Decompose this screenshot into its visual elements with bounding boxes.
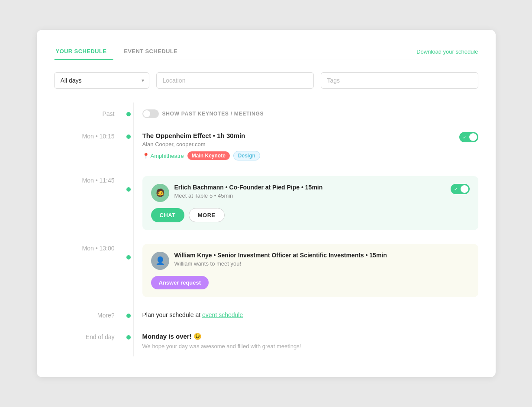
end-title: Monday is over! 😉 [142,333,478,340]
more-button[interactable]: MORE [189,208,225,222]
content-1145: 🧔 Erlich Bachmann • Co-Founder at Pied P… [134,176,478,230]
content-end-of-day: Monday is over! 😉 We hope your day was a… [134,333,478,349]
checkmark-icon: ✓ [452,187,458,192]
tab-your-schedule[interactable]: YOUR SCHEDULE [54,44,114,60]
timeline-dot [126,335,131,340]
time-1145: Mon • 11:45 [54,176,123,184]
avatar-emoji-william: 👤 [155,256,165,266]
tabs-bar: YOUR SCHEDULE EVENT SCHEDULE Download yo… [54,44,478,60]
location-input[interactable] [156,72,314,89]
schedule-row-meeting-1300: Mon • 13:00 👤 William Knye • Senior Inve… [54,237,478,304]
meeting-card-left-green: 🧔 Erlich Bachmann • Co-Founder at Pied P… [151,184,323,202]
content-1300: 👤 William Knye • Senior Investment Offic… [134,244,478,297]
toggle-thumb [461,185,468,193]
tags-input[interactable] [321,72,478,89]
avatar-erlich: 🧔 [151,184,169,202]
schedule-row-past: Past SHOW PAST KEYNOTES / MEETINGS [54,103,478,125]
content-past: SHOW PAST KEYNOTES / MEETINGS [134,109,478,118]
tab-event-schedule[interactable]: EVENT SCHEDULE [122,44,184,60]
schedule-row-meeting-1145: Mon • 11:45 🧔 Erlich Bachmann • Co-Found… [54,169,478,237]
location-text: Amphitheatre [151,153,184,159]
dot-1145 [123,176,134,192]
past-toggle-wrapper: SHOW PAST KEYNOTES / MEETINGS [142,109,264,118]
avatar-william: 👤 [151,252,169,270]
meeting-card-left-yellow: 👤 William Knye • Senior Investment Offic… [151,252,387,270]
tabs-left: YOUR SCHEDULE EVENT SCHEDULE [54,44,193,60]
timeline-dot [126,314,131,318]
schedule-list: Past SHOW PAST KEYNOTES / MEETINGS Mon •… [54,103,478,356]
meeting-name-erlich: Erlich Bachmann • Co-Founder at Pied Pip… [174,184,323,191]
more-text: Plan your schedule at [142,311,203,318]
timeline-dot [126,255,131,260]
meeting-actions-erlich: CHAT MORE [151,208,470,222]
pin-icon: 📍 [142,153,149,159]
session-location[interactable]: 📍 Amphitheatre [142,153,184,159]
meeting-sub-william: William wants to meet you! [174,260,387,267]
schedule-row-session-1015: Mon • 10:15 The Oppenheim Effect • 1h 30… [54,125,478,169]
session-header: The Oppenheim Effect • 1h 30min Alan Coo… [142,132,478,162]
toggle-thumb [469,133,477,141]
meeting-card-header-yellow: 👤 William Knye • Senior Investment Offic… [151,252,470,270]
dot-past [123,109,134,116]
answer-request-button[interactable]: Answer request [151,276,209,289]
dot-end-of-day [123,333,134,340]
session-tags: 📍 Amphitheatre Main Keynote Design [142,151,260,160]
meeting-card-yellow: 👤 William Knye • Senior Investment Offic… [142,244,478,297]
time-end-of-day: End of day [54,333,123,340]
session-toggle-1015[interactable]: ✓ [459,132,478,142]
timeline-dot [126,112,131,116]
past-toggle[interactable] [142,109,159,118]
meeting-info-william: William Knye • Senior Investment Officer… [174,252,387,267]
timeline-line [133,103,134,356]
schedule-row-end-of-day: End of day Monday is over! 😉 We hope you… [54,326,478,356]
timeline-dot [126,135,131,139]
meeting-card-green: 🧔 Erlich Bachmann • Co-Founder at Pied P… [142,176,478,230]
tag-design[interactable]: Design [233,151,260,160]
content-more: Plan your schedule at event schedule [134,311,478,319]
time-1015: Mon • 10:15 [54,132,123,140]
days-select[interactable]: All days Monday Tuesday Wednesday [54,72,149,89]
meeting-toggle-1145[interactable]: ✓ [451,184,470,194]
session-title-block: The Oppenheim Effect • 1h 30min Alan Coo… [142,132,260,162]
download-link[interactable]: Download your schedule [416,48,478,55]
past-toggle-label: SHOW PAST KEYNOTES / MEETINGS [162,111,264,117]
schedule-row-more: More? Plan your schedule at event schedu… [54,304,478,326]
meeting-actions-william: Answer request [151,276,470,289]
dot-1015 [123,132,134,139]
time-past: Past [54,109,123,117]
schedule-card: YOUR SCHEDULE EVENT SCHEDULE Download yo… [37,30,496,377]
days-filter: All days Monday Tuesday Wednesday ▾ [54,72,149,89]
session-title: The Oppenheim Effect • 1h 30min [142,132,260,139]
meeting-sub-erlich: Meet at Table 5 • 45min [174,192,323,199]
dot-more [123,311,134,318]
event-schedule-link[interactable]: event schedule [202,311,243,318]
filters-row: All days Monday Tuesday Wednesday ▾ [54,72,478,89]
time-more: More? [54,311,123,319]
content-1015: The Oppenheim Effect • 1h 30min Alan Coo… [134,132,478,162]
meeting-name-william: William Knye • Senior Investment Officer… [174,252,387,259]
meeting-card-header-green: 🧔 Erlich Bachmann • Co-Founder at Pied P… [151,184,470,202]
chat-button[interactable]: CHAT [151,208,184,222]
checkmark-icon: ✓ [461,135,466,140]
session-speaker: Alan Cooper, cooper.com [142,141,260,147]
meeting-info-erlich: Erlich Bachmann • Co-Founder at Pied Pip… [174,184,323,199]
tag-keynote[interactable]: Main Keynote [187,151,230,160]
timeline-dot [126,187,131,192]
dot-1300 [123,244,134,260]
end-sub: We hope your day was awesome and filled … [142,343,478,349]
avatar-emoji: 🧔 [155,188,165,198]
time-1300: Mon • 13:00 [54,244,123,252]
